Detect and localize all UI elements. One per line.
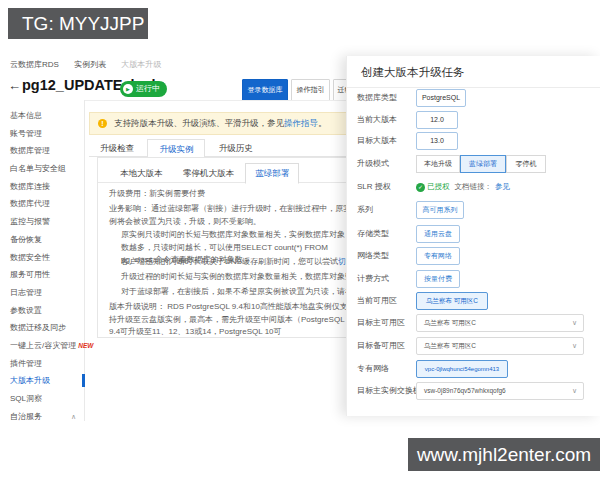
operation-guide-button[interactable]: 操作指引	[291, 79, 330, 101]
status-text: 运行中	[136, 81, 160, 97]
slr-label: SLR 授权	[357, 178, 391, 196]
back-arrow-icon[interactable]: ←	[8, 78, 21, 93]
subtab-blue-green[interactable]: 蓝绿部署	[245, 163, 299, 184]
target-secondary-zone-value: 乌兰察布 可用区C	[424, 342, 476, 349]
slr-status-row: ✓ 已授权 文档链接： 参见	[416, 178, 510, 196]
fee-value: 新实例需要付费	[149, 189, 205, 198]
sidebar-item-basic-info[interactable]: 基本信息	[0, 107, 84, 125]
current-version-value: 12.0	[416, 111, 458, 129]
vswitch-select[interactable]: vsw-0j89n76qv57whkxqofg6 ∨	[416, 382, 584, 400]
sidebar-item-logs[interactable]: 日志管理	[0, 284, 84, 302]
target-version-value: 13.0	[416, 132, 458, 150]
sidebar-item-migration-sync[interactable]: 数据迁移及同步	[0, 319, 84, 337]
subtab-zero-downtime[interactable]: 零停机大版本	[174, 164, 243, 183]
target-primary-zone-select[interactable]: 乌兰察布 可用区C ∨	[416, 314, 584, 332]
series-value: 高可用系列	[416, 201, 464, 219]
target-secondary-zone-select[interactable]: 乌兰察布 可用区C ∨	[416, 337, 584, 355]
fee-label: 升级费用：	[109, 189, 149, 198]
upgrade-fee-line: 升级费用：新实例需要付费	[109, 188, 205, 201]
sidebar-item-availability[interactable]: 服务可用性	[0, 266, 84, 284]
storage-type-label: 存储类型	[357, 225, 389, 243]
network-type-value: 专有网络	[416, 247, 460, 265]
bullet2-text: 客户端感知的闪断时长取决于DNS缓存刷新时间，您可以尝试	[121, 257, 338, 266]
check-icon: ✓	[416, 183, 425, 192]
alert-guide-link[interactable]: 操作指导	[284, 118, 318, 128]
sidebar-item-connection[interactable]: 数据库连接	[0, 178, 84, 196]
target-primary-zone-value: 乌兰察布 可用区C	[424, 319, 476, 326]
sidebar-item-autonomy[interactable]: 自治服务 ∧	[0, 408, 84, 426]
chevron-down-icon: ∨	[572, 338, 577, 354]
breadcrumb-instance-list[interactable]: 实例列表	[74, 60, 106, 69]
tab-upgrade-check[interactable]: 升级检查	[89, 139, 145, 157]
version-upgrade-note: 版本升级说明： RDS PostgreSQL 9.4和10高性能版本地盘实例仅支…	[109, 301, 352, 338]
sidebar-item-monitoring[interactable]: 监控与报警	[0, 213, 84, 231]
tg-banner: TG: MYYJJPP	[8, 8, 148, 39]
chevron-down-icon: ∨	[572, 315, 577, 331]
tab-upgrade-history[interactable]: 升级历史	[208, 139, 264, 157]
slr-doc-link[interactable]: 参见	[495, 178, 510, 196]
mode-option-local[interactable]: 本地升级	[416, 155, 460, 173]
storage-type-value: 通用云盘	[416, 225, 460, 243]
sidebar-item-whitelist[interactable]: 白名单与安全组	[0, 160, 84, 178]
sidebar-item-cloud-dr[interactable]: 一键上云/容灾管理NEW	[0, 337, 84, 355]
breadcrumb-rds[interactable]: 云数据库RDS	[10, 60, 59, 69]
status-badge: ▶ 运行中	[120, 81, 167, 97]
tab-upgrade-instance[interactable]: 升级实例	[147, 139, 205, 159]
chevron-up-icon: ∧	[71, 408, 76, 426]
network-type-label: 网络类型	[357, 247, 389, 265]
business-impact-text: 业务影响： 通过蓝绿部署（割接）进行升级时，在割接过程中，原实例将会被设置为只读…	[109, 203, 352, 228]
alert-text-suffix: 。	[318, 118, 327, 128]
sidebar-item-plugins[interactable]: 插件管理	[0, 355, 84, 373]
drawer-divider	[347, 87, 600, 88]
slr-doc-label: 文档链接：	[455, 178, 493, 196]
sidebar-item-sql-insight[interactable]: SQL洞察	[0, 390, 84, 408]
db-type-value: PostgreSQL	[416, 89, 466, 107]
upgrade-mode-label: 升级模式	[357, 155, 389, 173]
current-zone-label: 当前可用区	[357, 292, 397, 310]
drawer-title: 创建大版本升级任务	[361, 65, 465, 80]
current-version-label: 当前大版本	[357, 111, 397, 129]
upgrade-subtabs: 本地大版本 零停机大版本 蓝绿部署	[111, 163, 299, 184]
sidebar-item-label: 一键上云/容灾管理	[10, 341, 76, 350]
create-upgrade-task-drawer: 创建大版本升级任务 数据库类型 PostgreSQL 当前大版本 12.0 目标…	[346, 56, 600, 416]
mode-option-zero-downtime[interactable]: 零停机	[506, 155, 546, 173]
current-zone-value: 乌兰察布 可用区C	[416, 292, 488, 310]
sidebar-item-proxy[interactable]: 数据库代理	[0, 195, 84, 213]
play-icon: ▶	[123, 84, 133, 94]
breadcrumb-major-upgrade: 大版本升级	[121, 60, 161, 69]
db-type-label: 数据库类型	[357, 89, 397, 107]
target-secondary-zone-label: 目标备可用区	[357, 337, 405, 355]
sidebar: 基本信息 账号管理 数据库管理 白名单与安全组 数据库连接 数据库代理 监控与报…	[0, 100, 85, 421]
mode-option-blue-green[interactable]: 蓝绿部署	[460, 155, 506, 173]
sidebar-item-backup[interactable]: 备份恢复	[0, 231, 84, 249]
sidebar-item-parameters[interactable]: 参数设置	[0, 302, 84, 320]
vpc-value: vpc-0jlwqhunci54egomn413	[416, 360, 508, 378]
sidebar-item-data-security[interactable]: 数据安全性	[0, 249, 84, 267]
vswitch-value: vsw-0j89n76qv57whkxqofg6	[424, 387, 506, 394]
breadcrumb: 云数据库RDS 实例列表 大版本升级	[10, 59, 174, 70]
billing-method-value: 按量付费	[416, 270, 460, 288]
vpc-label: 专有网络	[357, 360, 389, 378]
new-badge: NEW	[78, 342, 93, 349]
sidebar-item-databases[interactable]: 数据库管理	[0, 142, 84, 160]
chevron-down-icon: ∨	[572, 383, 577, 399]
target-version-label: 目标大版本	[357, 132, 397, 150]
alert-text: 支持跨版本升级、升级演练、平滑升级，参见	[114, 118, 284, 128]
alert-icon: !	[98, 119, 107, 128]
target-primary-zone-label: 目标主可用区	[357, 314, 405, 332]
sidebar-item-major-version-upgrade[interactable]: 大版本升级	[0, 372, 84, 390]
vswitch-label: 目标主实例交换机	[357, 382, 421, 400]
watermark: www.mjhl2enter.com	[408, 438, 600, 471]
billing-method-label: 计费方式	[357, 270, 389, 288]
slr-authorized-text: 已授权	[427, 178, 450, 196]
subtab-local-major[interactable]: 本地大版本	[111, 164, 172, 183]
sidebar-item-label: 自治服务	[10, 412, 42, 421]
sidebar-item-accounts[interactable]: 账号管理	[0, 125, 84, 143]
login-database-button[interactable]: 登录数据库	[242, 79, 288, 101]
series-label: 系列	[357, 201, 373, 219]
